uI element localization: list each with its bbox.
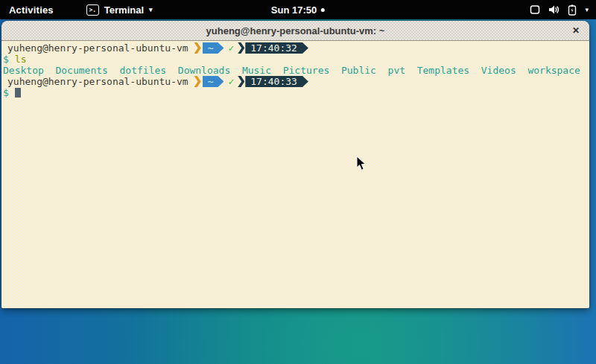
- prompt-line-1: yuheng@henry-personal-ubuntu-vm ~ ✓ 17:4…: [3, 42, 589, 54]
- desktop: Activities Terminal ▾ Sun 17:50: [0, 0, 596, 364]
- window-titlebar[interactable]: yuheng@henry-personal-ubuntu-vm: ~ ✕: [1, 21, 589, 41]
- chevron-down-icon: ▾: [585, 7, 589, 13]
- clock-button[interactable]: Sun 17:50: [271, 4, 325, 16]
- activities-button[interactable]: Activities: [9, 4, 54, 16]
- app-menu-label: Terminal: [104, 4, 144, 16]
- top-bar: Activities Terminal ▾ Sun 17:50: [0, 0, 596, 19]
- clock-label: Sun 17:50: [271, 4, 317, 16]
- terminal-cursor: [15, 88, 21, 98]
- notification-dot-icon: [321, 8, 325, 12]
- shell-prompt-symbol: $: [3, 54, 9, 65]
- current-input-line: $: [3, 87, 589, 98]
- prompt-user-host: yuheng@henry-personal-ubuntu-vm: [7, 76, 188, 87]
- powerline-chevron-icon: [194, 42, 201, 54]
- powerline-chevron-icon: [238, 76, 244, 87]
- terminal-screen[interactable]: yuheng@henry-personal-ubuntu-vm ~ ✓ 17:4…: [1, 41, 589, 308]
- status-check-icon: ✓: [228, 76, 234, 87]
- powerline-chevron-icon: [194, 76, 201, 87]
- window-title: yuheng@henry-personal-ubuntu-vm: ~: [206, 25, 385, 36]
- prompt-time-segment: 17:40:32: [245, 42, 308, 54]
- terminal-app-icon: [86, 4, 99, 16]
- system-status-menu[interactable]: ▾: [530, 4, 589, 16]
- prompt-line-2: yuheng@henry-personal-ubuntu-vm ~ ✓ 17:4…: [3, 76, 589, 87]
- terminal-app-menu-button[interactable]: Terminal ▾: [86, 4, 153, 16]
- command-line: $ ls: [3, 54, 589, 65]
- close-button[interactable]: ✕: [572, 21, 580, 40]
- close-icon: ✕: [572, 25, 580, 36]
- prompt-cwd-segment: ~: [203, 76, 224, 87]
- shell-prompt-symbol: $: [3, 87, 9, 98]
- prompt-time-segment: 17:40:33: [245, 76, 308, 87]
- directory-listing-line: Desktop Documents dotfiles Downloads Mus…: [3, 65, 589, 76]
- command-text: ls: [15, 54, 27, 65]
- display-icon: [530, 4, 540, 15]
- volume-icon: [548, 4, 559, 15]
- battery-charging-icon: [568, 4, 577, 16]
- terminal-window: yuheng@henry-personal-ubuntu-vm: ~ ✕ yuh…: [1, 21, 589, 308]
- status-check-icon: ✓: [228, 42, 234, 54]
- mouse-pointer-icon: [356, 156, 367, 174]
- directory-listing: Desktop Documents dotfiles Downloads Mus…: [3, 65, 580, 76]
- prompt-cwd-segment: ~: [203, 42, 224, 54]
- chevron-down-icon: ▾: [149, 7, 153, 13]
- powerline-chevron-icon: [238, 42, 244, 54]
- prompt-user-host: yuheng@henry-personal-ubuntu-vm: [7, 42, 188, 54]
